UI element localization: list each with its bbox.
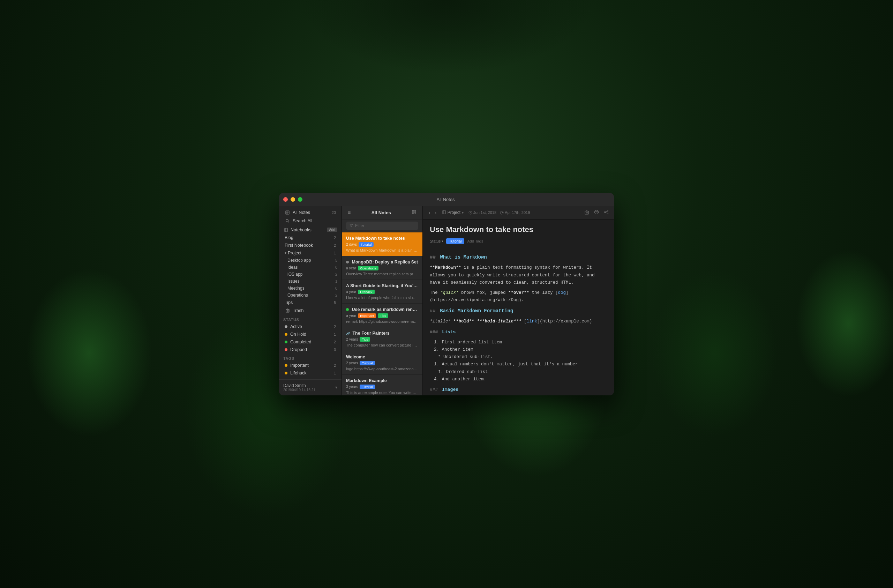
sidebar-item-on-hold[interactable]: On Hold 1 (280, 331, 340, 338)
h3-images: ### Images (430, 386, 607, 394)
onhold-label: On Hold (290, 332, 332, 337)
sidebar-item-all-notes[interactable]: All Notes 20 (280, 208, 340, 217)
status-label: Status (430, 239, 440, 243)
sidebar-item-first-notebook[interactable]: First Notebook 2 (280, 242, 340, 249)
notes-list: Use Markdown to take notes 2 days Tutori… (342, 232, 422, 396)
para-2: The *quick* brown fox, jumped **over** t… (430, 289, 607, 304)
trash-icon (285, 308, 290, 313)
tutorial-tag[interactable]: Tutorial (446, 238, 464, 244)
active-dot (285, 325, 287, 328)
lifehack-label: Lifehack (290, 371, 332, 376)
notebook-icon (442, 210, 446, 215)
note-item[interactable]: 🔗 The Four Painters 2 years Tips The com… (342, 327, 422, 351)
note-item[interactable]: MongoDB: Deploy a Replica Set a year Ope… (342, 256, 422, 280)
note-meta: a year Important Tips (346, 313, 418, 318)
list-items: 1. First ordered list item 2. Another it… (430, 339, 607, 383)
note-meta: a year Lifehack (346, 290, 418, 294)
note-title: Welcome (346, 355, 418, 359)
forward-button[interactable]: › (433, 209, 438, 217)
settings-chevron-icon[interactable]: ▾ (335, 385, 337, 390)
sidebar-item-operations[interactable]: Operations 2 (285, 292, 340, 299)
compose-button[interactable] (410, 209, 418, 217)
sidebar-footer: David Smith 2019/04/19 14:15:21 ▾ (279, 379, 341, 396)
minimize-button[interactable] (290, 197, 295, 202)
fullscreen-button[interactable] (298, 197, 302, 202)
note-item[interactable]: A Short Guide to Starting, if You're Str… (342, 280, 422, 304)
svg-point-32 (607, 210, 608, 211)
active-count: 2 (334, 325, 336, 329)
sidebar-item-meetings[interactable]: Meetings 0 (285, 285, 340, 292)
editor-content[interactable]: ## What is Markdown **Markdown** is a pl… (423, 247, 614, 396)
status-button[interactable]: Status ▾ (430, 239, 443, 243)
completed-circle-icon (346, 308, 349, 311)
first-notebook-label: First Notebook (285, 243, 332, 248)
note-preview: logo https://s3-ap-southeast-2.amazonaw.… (346, 367, 418, 371)
created-date: Jun 1st, 2018 (469, 211, 496, 215)
updated-date-label: Apr 17th, 2019 (505, 211, 530, 215)
chevron-down-icon: ▾ (462, 211, 464, 215)
note-preview: The computer now can convert picture int… (346, 343, 418, 347)
sidebar-item-lifehack[interactable]: Lifehack 1 (280, 369, 340, 377)
note-preview: remark https://github.com/wooorm/remark.… (346, 319, 418, 323)
add-tag-button[interactable]: Add Tags (467, 239, 483, 243)
note-age: 2 years (346, 337, 358, 341)
sidebar-item-active[interactable]: Active 2 (280, 323, 340, 331)
sidebar-item-search[interactable]: Search All (280, 217, 340, 225)
note-item[interactable]: Use remark as markdown renderer a year I… (342, 304, 422, 327)
sidebar-item-ios-app[interactable]: iOS app 2 (285, 271, 340, 278)
note-item[interactable]: Use Markdown to take notes 2 days Tutori… (342, 232, 422, 256)
breadcrumb-project[interactable]: Project (448, 210, 460, 215)
sidebar-item-important[interactable]: Important 2 (280, 361, 340, 369)
tags-section-title: Tags (279, 353, 341, 361)
onhold-count: 1 (334, 332, 336, 336)
note-title: Use remark as markdown renderer (346, 307, 418, 312)
svg-point-33 (607, 213, 608, 214)
close-button[interactable] (283, 197, 288, 202)
sidebar-item-desktop-app[interactable]: Desktop app 5 (285, 257, 340, 264)
back-button[interactable]: ‹ (427, 209, 432, 217)
sidebar-item-project[interactable]: ▾ Project 1 (280, 249, 340, 257)
sidebar: All Notes 20 Search All Notebooks Add (279, 206, 342, 396)
sidebar-item-trash[interactable]: Trash (280, 307, 340, 315)
sidebar-item-ideas[interactable]: Ideas 0 (285, 264, 340, 271)
add-notebook-button[interactable]: Add (327, 227, 337, 232)
note-item[interactable]: Markdown Example 3 years Tutorial This i… (342, 375, 422, 396)
sidebar-item-blog[interactable]: Blog 2 (280, 234, 340, 242)
svg-line-23 (471, 212, 471, 213)
note-age: 2 days (346, 242, 357, 247)
nav-buttons: ‹ › (427, 209, 439, 217)
desktop-app-label: Desktop app (287, 258, 335, 263)
onhold-dot (285, 333, 287, 336)
dropped-count: 0 (334, 347, 336, 352)
note-title: MongoDB: Deploy a Replica Set (346, 260, 418, 265)
app-window: All Notes All Notes 20 Search All (279, 193, 614, 396)
tag-tips-badge: Tips (360, 337, 370, 341)
note-item[interactable]: Welcome 2 years Tutorial logo https://s3… (342, 351, 422, 375)
ios-app-label: iOS app (287, 272, 335, 277)
history-button[interactable] (593, 209, 600, 217)
delete-button[interactable] (583, 209, 590, 217)
updated-date: Apr 17th, 2019 (500, 211, 530, 215)
chevron-down-icon: ▾ (285, 251, 286, 255)
share-button[interactable] (603, 209, 610, 217)
filter-bar[interactable]: Filter (346, 222, 418, 230)
sort-button[interactable]: ≡ (346, 209, 352, 217)
search-label: Search All (293, 218, 336, 223)
sidebar-item-dropped[interactable]: Dropped 0 (280, 346, 340, 353)
note-preview: What is Markdown Markdown is a plain tex… (346, 248, 418, 252)
notebooks-header: Notebooks Add (279, 225, 341, 234)
toolbar-actions (583, 209, 610, 217)
sidebar-item-completed[interactable]: Completed 2 (280, 338, 340, 346)
svg-line-5 (288, 221, 289, 222)
ios-app-count: 2 (335, 272, 337, 277)
list-item-4: 1. Actual numbers don't matter, just tha… (430, 361, 607, 368)
sidebar-item-tips[interactable]: Tips 5 (280, 299, 340, 307)
list-item-1: 1. First ordered list item (430, 339, 607, 346)
notes-list-panel: ≡ All Notes Filter Use Markdown to take … (342, 206, 423, 396)
list-item-3: * Unordered sub-list. (430, 353, 607, 361)
breadcrumb: Project ▾ (442, 210, 464, 215)
project-label: Project (288, 251, 332, 256)
notes-list-title: All Notes (355, 210, 407, 215)
sidebar-item-issues[interactable]: Issues 1 (285, 278, 340, 285)
note-age: a year (346, 313, 356, 317)
